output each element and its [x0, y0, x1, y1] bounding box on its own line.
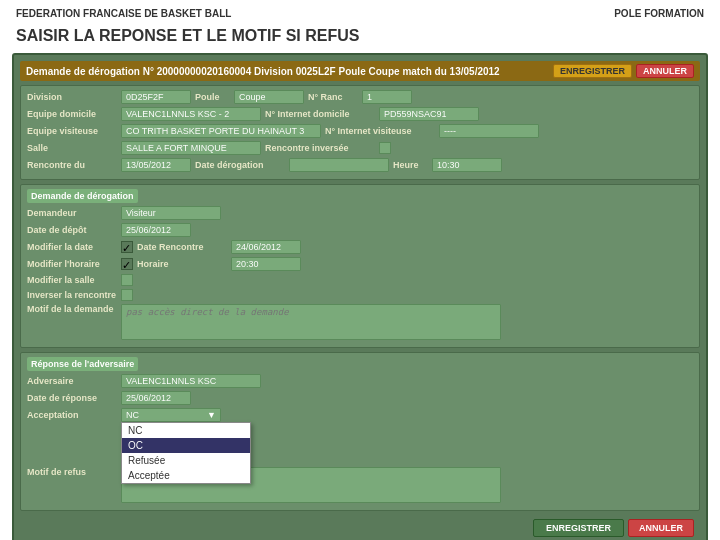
bottom-enregistrer-button[interactable]: ENREGISTRER: [533, 519, 624, 537]
date-rencontre-value: 24/06/2012: [231, 240, 301, 254]
acceptation-dropdown-container[interactable]: NC ▼ NC OC Refusée Acceptée: [121, 408, 221, 422]
banner-enregistrer-button[interactable]: ENREGISTRER: [553, 64, 632, 78]
heure-value: 10:30: [432, 158, 502, 172]
nranc-value: 1: [362, 90, 412, 104]
horaire-value: 20:30: [231, 257, 301, 271]
poule-label: Poule: [195, 92, 230, 102]
acceptation-dropdown-display[interactable]: NC ▼: [121, 408, 221, 422]
motif-demande-textarea[interactable]: [121, 304, 501, 340]
page-title: SAISIR LA REPONSE ET LE MOTIF SI REFUS: [0, 23, 720, 53]
form-row-3: Equipe visiteuse CO TRITH BASKET PORTE D…: [27, 124, 693, 138]
nranc-label: N° Ranc: [308, 92, 358, 102]
demande-section: Demande de dérogation Demandeur Visiteur…: [20, 184, 700, 348]
date-depot-value: 25/06/2012: [121, 223, 191, 237]
acceptation-selected-value: NC: [126, 410, 139, 420]
modifier-date-row: Modifier la date ✓ Date Rencontre 24/06/…: [27, 240, 693, 254]
date-depot-label: Date de dépôt: [27, 225, 117, 235]
modifier-horaire-checkbox[interactable]: ✓: [121, 258, 133, 270]
inverser-rencontre-row: Inverser la rencontre: [27, 289, 693, 301]
date-reponse-value: 25/06/2012: [121, 391, 191, 405]
demande-header: Demande de dérogation: [27, 189, 138, 203]
ninternet-vis-label: N° Internet visiteuse: [325, 126, 435, 136]
dropdown-item-nc[interactable]: NC: [122, 423, 250, 438]
division-value: 0D25F2F: [121, 90, 191, 104]
adversaire-row: Adversaire VALENC1LNNLS KSC: [27, 374, 693, 388]
ninternet-dom-value: PD559NSAC91: [379, 107, 479, 121]
dropdown-item-refusee[interactable]: Refusée: [122, 453, 250, 468]
adversaire-value: VALENC1LNNLS KSC: [121, 374, 261, 388]
modifier-salle-checkbox[interactable]: [121, 274, 133, 286]
date-derog-value: [289, 158, 389, 172]
motif-demande-label: Motif de la demande: [27, 304, 117, 314]
banner-buttons: ENREGISTRER ANNULER: [553, 64, 694, 78]
poule-value: Coupe: [234, 90, 304, 104]
org-label: FEDERATION FRANCAISE DE BASKET BALL: [16, 8, 231, 19]
reponse-section: Réponse de l'adversaire Adversaire VALEN…: [20, 352, 700, 511]
top-form-section: Division 0D25F2F Poule Coupe N° Ranc 1 E…: [20, 85, 700, 180]
dropdown-item-oc[interactable]: OC: [122, 438, 250, 453]
equipe-dom-label: Equipe domicile: [27, 109, 117, 119]
modifier-date-checkbox[interactable]: ✓: [121, 241, 133, 253]
form-row-1: Division 0D25F2F Poule Coupe N° Ranc 1: [27, 90, 693, 104]
main-container: Demande de dérogation N° 200000000201600…: [12, 53, 708, 540]
top-bar: FEDERATION FRANCAISE DE BASKET BALL POLE…: [0, 0, 720, 23]
form-row-4: Salle SALLE A FORT MINQUE Rencontre inve…: [27, 141, 693, 155]
date-derog-label: Date dérogation: [195, 160, 285, 170]
ninternet-vis-value: ----: [439, 124, 539, 138]
rencontre-inv-label: Rencontre inversée: [265, 143, 375, 153]
date-reponse-label: Date de réponse: [27, 393, 117, 403]
date-rencontre-label: Date Rencontre: [137, 242, 227, 252]
banner-annuler-button[interactable]: ANNULER: [636, 64, 694, 78]
adversaire-label: Adversaire: [27, 376, 117, 386]
inverser-rencontre-label: Inverser la rencontre: [27, 290, 117, 300]
banner-text: Demande de dérogation N° 200000000201600…: [26, 66, 500, 77]
inverser-rencontre-checkbox[interactable]: [121, 289, 133, 301]
rencontre-du-value: 13/05/2012: [121, 158, 191, 172]
demandeur-value: Visiteur: [121, 206, 221, 220]
dropdown-arrow-icon: ▼: [207, 410, 216, 420]
rencontre-inv-checkbox[interactable]: [379, 142, 391, 154]
form-row-2: Equipe domicile VALENC1LNNLS KSC - 2 N° …: [27, 107, 693, 121]
rencontre-du-label: Rencontre du: [27, 160, 117, 170]
heure-label: Heure: [393, 160, 428, 170]
modifier-horaire-row: Modifier l'horaire ✓ Horaire 20:30: [27, 257, 693, 271]
salle-label: Salle: [27, 143, 117, 153]
reponse-header: Réponse de l'adversaire: [27, 357, 138, 371]
equipe-vis-label: Equipe visiteuse: [27, 126, 117, 136]
date-reponse-row: Date de réponse 25/06/2012: [27, 391, 693, 405]
motif-refus-label: Motif de refus: [27, 467, 117, 477]
horaire-label: Horaire: [137, 259, 227, 269]
modifier-salle-row: Modifier la salle: [27, 274, 693, 286]
modifier-date-label: Modifier la date: [27, 242, 117, 252]
pole-label: POLE FORMATION: [614, 8, 704, 19]
acceptation-row: Acceptation NC ▼ NC OC Refusée Acceptée: [27, 408, 693, 422]
form-row-5: Rencontre du 13/05/2012 Date dérogation …: [27, 158, 693, 172]
demandeur-label: Demandeur: [27, 208, 117, 218]
motif-demande-row: Motif de la demande: [27, 304, 693, 340]
date-depot-row: Date de dépôt 25/06/2012: [27, 223, 693, 237]
banner-row: Demande de dérogation N° 200000000201600…: [20, 61, 700, 81]
division-label: Division: [27, 92, 117, 102]
acceptation-dropdown-popup: NC OC Refusée Acceptée: [121, 422, 251, 484]
bottom-annuler-button[interactable]: ANNULER: [628, 519, 694, 537]
equipe-dom-value: VALENC1LNNLS KSC - 2: [121, 107, 261, 121]
demandeur-row: Demandeur Visiteur: [27, 206, 693, 220]
bottom-buttons: ENREGISTRER ANNULER: [20, 515, 700, 540]
modifier-salle-label: Modifier la salle: [27, 275, 117, 285]
acceptation-label: Acceptation: [27, 410, 117, 420]
ninternet-dom-label: N° Internet domicile: [265, 109, 375, 119]
modifier-horaire-label: Modifier l'horaire: [27, 259, 117, 269]
dropdown-item-acceptee[interactable]: Acceptée: [122, 468, 250, 483]
salle-value: SALLE A FORT MINQUE: [121, 141, 261, 155]
equipe-vis-value: CO TRITH BASKET PORTE DU HAINAUT 3: [121, 124, 321, 138]
